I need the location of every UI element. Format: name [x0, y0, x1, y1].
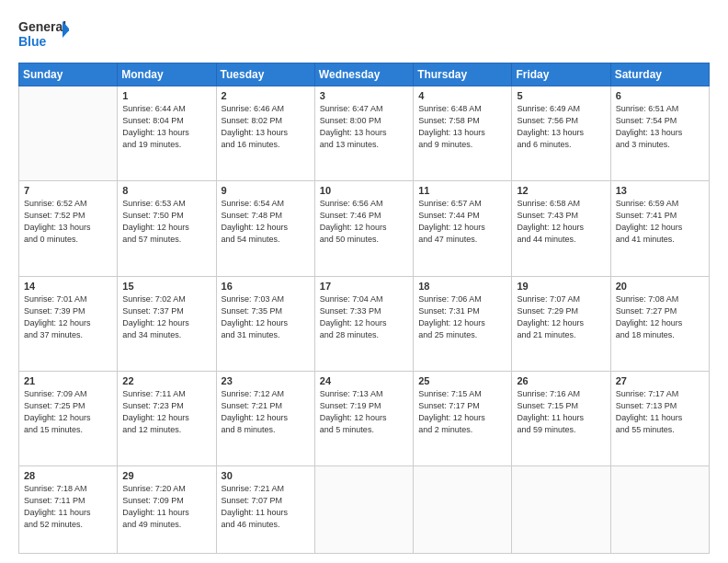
- day-info: Sunrise: 7:13 AM Sunset: 7:19 PM Dayligh…: [320, 388, 408, 436]
- day-info: Sunrise: 6:47 AM Sunset: 8:00 PM Dayligh…: [320, 103, 408, 151]
- calendar-cell: 21Sunrise: 7:09 AM Sunset: 7:25 PM Dayli…: [19, 371, 118, 465]
- day-info: Sunrise: 7:20 AM Sunset: 7:09 PM Dayligh…: [122, 483, 210, 531]
- weekday-header-monday: Monday: [118, 63, 216, 86]
- day-number: 15: [122, 281, 210, 292]
- day-info: Sunrise: 6:44 AM Sunset: 8:04 PM Dayligh…: [122, 103, 210, 151]
- calendar-cell: 26Sunrise: 7:16 AM Sunset: 7:15 PM Dayli…: [512, 371, 610, 465]
- calendar-cell: 18Sunrise: 7:06 AM Sunset: 7:31 PM Dayli…: [414, 276, 512, 371]
- day-info: Sunrise: 7:21 AM Sunset: 7:07 PM Dayligh…: [222, 483, 310, 531]
- calendar-cell: 27Sunrise: 7:17 AM Sunset: 7:13 PM Dayli…: [610, 371, 709, 465]
- calendar-cell: 16Sunrise: 7:03 AM Sunset: 7:35 PM Dayli…: [216, 276, 314, 371]
- day-number: 23: [222, 375, 310, 386]
- day-info: Sunrise: 6:59 AM Sunset: 7:41 PM Dayligh…: [616, 198, 704, 246]
- day-number: 4: [418, 90, 506, 101]
- header: General Blue: [18, 17, 710, 53]
- day-number: 3: [320, 90, 408, 101]
- day-number: 14: [24, 281, 112, 292]
- calendar-cell: 4Sunrise: 6:48 AM Sunset: 7:58 PM Daylig…: [414, 86, 512, 181]
- day-info: Sunrise: 7:06 AM Sunset: 7:31 PM Dayligh…: [418, 293, 506, 341]
- calendar-cell: 30Sunrise: 7:21 AM Sunset: 7:07 PM Dayli…: [216, 466, 314, 554]
- day-info: Sunrise: 6:52 AM Sunset: 7:52 PM Dayligh…: [24, 198, 112, 246]
- day-info: Sunrise: 7:18 AM Sunset: 7:11 PM Dayligh…: [24, 483, 112, 531]
- day-number: 17: [320, 281, 408, 292]
- calendar-cell: 6Sunrise: 6:51 AM Sunset: 7:54 PM Daylig…: [610, 86, 709, 181]
- day-number: 27: [616, 375, 704, 386]
- day-info: Sunrise: 7:12 AM Sunset: 7:21 PM Dayligh…: [222, 388, 310, 436]
- day-number: 24: [320, 375, 408, 386]
- weekday-header-tuesday: Tuesday: [216, 63, 314, 86]
- day-info: Sunrise: 6:53 AM Sunset: 7:50 PM Dayligh…: [122, 198, 210, 246]
- calendar-cell: 13Sunrise: 6:59 AM Sunset: 7:41 PM Dayli…: [610, 181, 709, 276]
- calendar-cell: [414, 466, 512, 554]
- calendar-cell: 17Sunrise: 7:04 AM Sunset: 7:33 PM Dayli…: [314, 276, 413, 371]
- calendar-cell: 23Sunrise: 7:12 AM Sunset: 7:21 PM Dayli…: [216, 371, 314, 465]
- day-info: Sunrise: 6:51 AM Sunset: 7:54 PM Dayligh…: [616, 103, 704, 151]
- day-info: Sunrise: 6:57 AM Sunset: 7:44 PM Dayligh…: [418, 198, 506, 246]
- day-number: 13: [616, 185, 704, 196]
- calendar-cell: 8Sunrise: 6:53 AM Sunset: 7:50 PM Daylig…: [118, 181, 216, 276]
- svg-text:Blue: Blue: [18, 34, 47, 49]
- day-info: Sunrise: 6:46 AM Sunset: 8:02 PM Dayligh…: [222, 103, 310, 151]
- day-info: Sunrise: 6:56 AM Sunset: 7:46 PM Dayligh…: [320, 198, 408, 246]
- calendar-cell: 24Sunrise: 7:13 AM Sunset: 7:19 PM Dayli…: [314, 371, 413, 465]
- weekday-header-saturday: Saturday: [610, 63, 709, 86]
- weekday-header-sunday: Sunday: [19, 63, 118, 86]
- day-number: 5: [517, 90, 605, 101]
- day-info: Sunrise: 6:58 AM Sunset: 7:43 PM Dayligh…: [517, 198, 605, 246]
- week-row-1: 7Sunrise: 6:52 AM Sunset: 7:52 PM Daylig…: [19, 181, 710, 276]
- day-number: 20: [616, 281, 704, 292]
- day-number: 1: [122, 90, 210, 101]
- day-number: 21: [24, 375, 112, 386]
- logo-svg: General Blue: [18, 17, 69, 53]
- day-info: Sunrise: 7:03 AM Sunset: 7:35 PM Dayligh…: [222, 293, 310, 341]
- calendar-cell: 12Sunrise: 6:58 AM Sunset: 7:43 PM Dayli…: [512, 181, 610, 276]
- day-number: 28: [24, 470, 112, 481]
- weekday-header-row: SundayMondayTuesdayWednesdayThursdayFrid…: [19, 63, 710, 86]
- week-row-0: 1Sunrise: 6:44 AM Sunset: 8:04 PM Daylig…: [19, 86, 710, 181]
- calendar-cell: 3Sunrise: 6:47 AM Sunset: 8:00 PM Daylig…: [314, 86, 413, 181]
- day-number: 7: [24, 185, 112, 196]
- day-info: Sunrise: 6:48 AM Sunset: 7:58 PM Dayligh…: [418, 103, 506, 151]
- day-info: Sunrise: 7:09 AM Sunset: 7:25 PM Dayligh…: [24, 388, 112, 436]
- day-number: 2: [222, 90, 310, 101]
- calendar-cell: [512, 466, 610, 554]
- day-number: 29: [122, 470, 210, 481]
- day-number: 6: [616, 90, 704, 101]
- calendar-cell: 14Sunrise: 7:01 AM Sunset: 7:39 PM Dayli…: [19, 276, 118, 371]
- day-number: 8: [122, 185, 210, 196]
- day-info: Sunrise: 6:54 AM Sunset: 7:48 PM Dayligh…: [222, 198, 310, 246]
- day-number: 26: [517, 375, 605, 386]
- weekday-header-wednesday: Wednesday: [314, 63, 413, 86]
- calendar-cell: 20Sunrise: 7:08 AM Sunset: 7:27 PM Dayli…: [610, 276, 709, 371]
- calendar-cell: 29Sunrise: 7:20 AM Sunset: 7:09 PM Dayli…: [118, 466, 216, 554]
- weekday-header-thursday: Thursday: [414, 63, 512, 86]
- calendar-cell: 28Sunrise: 7:18 AM Sunset: 7:11 PM Dayli…: [19, 466, 118, 554]
- calendar-cell: 7Sunrise: 6:52 AM Sunset: 7:52 PM Daylig…: [19, 181, 118, 276]
- day-number: 9: [222, 185, 310, 196]
- day-info: Sunrise: 7:07 AM Sunset: 7:29 PM Dayligh…: [517, 293, 605, 341]
- day-number: 11: [418, 185, 506, 196]
- day-info: Sunrise: 7:17 AM Sunset: 7:13 PM Dayligh…: [616, 388, 704, 436]
- day-number: 16: [222, 281, 310, 292]
- day-number: 19: [517, 281, 605, 292]
- logo: General Blue: [18, 17, 69, 53]
- day-info: Sunrise: 7:16 AM Sunset: 7:15 PM Dayligh…: [517, 388, 605, 436]
- calendar-cell: 15Sunrise: 7:02 AM Sunset: 7:37 PM Dayli…: [118, 276, 216, 371]
- calendar-cell: 1Sunrise: 6:44 AM Sunset: 8:04 PM Daylig…: [118, 86, 216, 181]
- day-number: 10: [320, 185, 408, 196]
- day-info: Sunrise: 7:08 AM Sunset: 7:27 PM Dayligh…: [616, 293, 704, 341]
- calendar-cell: 25Sunrise: 7:15 AM Sunset: 7:17 PM Dayli…: [414, 371, 512, 465]
- week-row-4: 28Sunrise: 7:18 AM Sunset: 7:11 PM Dayli…: [19, 466, 710, 554]
- calendar-cell: 9Sunrise: 6:54 AM Sunset: 7:48 PM Daylig…: [216, 181, 314, 276]
- calendar-table: SundayMondayTuesdayWednesdayThursdayFrid…: [18, 63, 710, 554]
- day-number: 25: [418, 375, 506, 386]
- calendar-cell: 22Sunrise: 7:11 AM Sunset: 7:23 PM Dayli…: [118, 371, 216, 465]
- calendar-cell: 11Sunrise: 6:57 AM Sunset: 7:44 PM Dayli…: [414, 181, 512, 276]
- calendar-cell: [314, 466, 413, 554]
- day-info: Sunrise: 6:49 AM Sunset: 7:56 PM Dayligh…: [517, 103, 605, 151]
- day-info: Sunrise: 7:04 AM Sunset: 7:33 PM Dayligh…: [320, 293, 408, 341]
- day-number: 22: [122, 375, 210, 386]
- weekday-header-friday: Friday: [512, 63, 610, 86]
- day-info: Sunrise: 7:11 AM Sunset: 7:23 PM Dayligh…: [122, 388, 210, 436]
- week-row-3: 21Sunrise: 7:09 AM Sunset: 7:25 PM Dayli…: [19, 371, 710, 465]
